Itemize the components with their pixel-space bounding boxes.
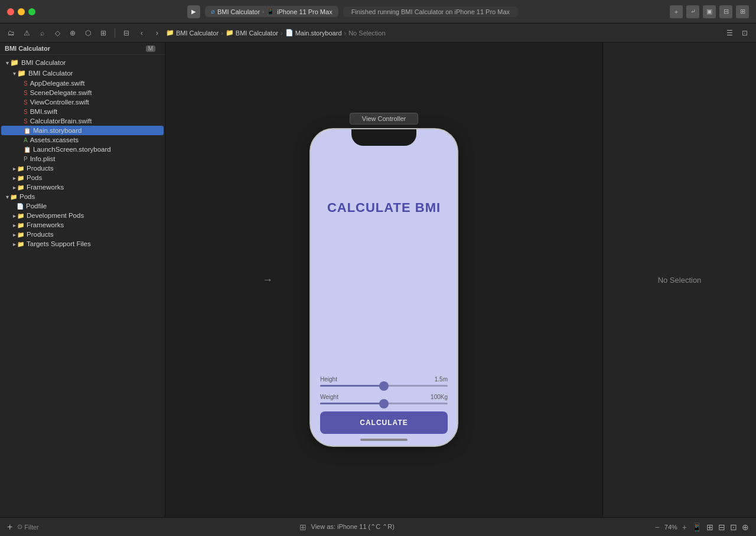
- sidebar-item-root[interactable]: ▾ 📁 BMI Calculator: [1, 57, 164, 68]
- toolbar-sep-1: [115, 28, 115, 38]
- height-slider-track[interactable]: [320, 385, 448, 387]
- close-button[interactable]: [7, 8, 14, 15]
- arrow-wrap-icon[interactable]: ⤶: [686, 5, 699, 18]
- status-bottom-left: + ⊙ Filter: [7, 522, 39, 532]
- sidebar-item-pods-sub[interactable]: ▸ 📁 Pods: [1, 173, 164, 182]
- title-bar-center: ⌀ BMI Calculator › 📱 iPhone 11 Pro Max F…: [40, 5, 665, 18]
- sidebar: BMI Calculator M ▾ 📁 BMI Calculator ▾ 📁 …: [0, 43, 165, 517]
- sidebar-item-frameworks-sub[interactable]: ▸ 📁 Frameworks: [1, 182, 164, 192]
- add-button[interactable]: +: [7, 522, 12, 532]
- sidebar-item-scenedelegate[interactable]: S SceneDelegate.swift: [1, 88, 164, 97]
- breadcrumb-item-4: No Selection: [348, 30, 385, 37]
- sidebar-item-targets[interactable]: ▸ 📁 Targets Support Files: [1, 239, 164, 249]
- breadcrumb-item-1[interactable]: 📁 BMI Calculator: [166, 29, 219, 37]
- sidebar-item-products[interactable]: ▸ 📁 Products: [1, 164, 164, 173]
- weight-slider-fill: [320, 403, 384, 404]
- sidebar-item-calculatorbrain[interactable]: S CalculatorBrain.swift: [1, 116, 164, 126]
- bookmark-icon[interactable]: ⬡: [82, 27, 94, 40]
- canvas-area: → View Controller CALCULATE BMI: [165, 43, 602, 517]
- more-icon[interactable]: ⊕: [742, 522, 749, 532]
- height-slider-row: Height 1.5m: [320, 376, 448, 387]
- sidebar-item-launchscreen[interactable]: 📋 LaunchScreen.storyboard: [1, 145, 164, 154]
- zoom-level: 74%: [664, 524, 677, 531]
- toolbar: 🗂 ⚠ ⌕ ◇ ⊕ ⬡ ⊞ ⊟ ‹ › 📁 BMI Calculator › 📁…: [0, 24, 756, 43]
- breadcrumb-item-2[interactable]: 📁 BMI Calculator: [226, 29, 278, 37]
- filter-label[interactable]: ⊙ Filter: [17, 523, 38, 531]
- app-title: CALCULATE BMI: [327, 200, 441, 215]
- sidebar-item-assets[interactable]: A Assets.xcassets: [1, 135, 164, 145]
- run-button[interactable]: [187, 5, 200, 18]
- grid-icon[interactable]: ⊟: [120, 27, 133, 40]
- plus-icon[interactable]: +: [670, 5, 683, 18]
- sidebar-item-products2[interactable]: ▸ 📁 Products: [1, 230, 164, 239]
- weight-slider-row: Weight 100Kg: [320, 394, 448, 404]
- minimize-button[interactable]: [18, 8, 25, 15]
- status-message: Finished running BMI Calculator on iPhon…: [343, 6, 518, 17]
- inspector-toggle-icon[interactable]: ☰: [723, 27, 736, 40]
- view-controller-container: View Controller CALCULATE BMI Hei: [309, 113, 458, 447]
- sidebar-item-frameworks2[interactable]: ▸ 📁 Frameworks: [1, 220, 164, 230]
- folder-open-icon[interactable]: 🗂: [5, 27, 18, 40]
- layout-icon[interactable]: ⊞: [299, 522, 307, 532]
- sidebar-item-pods-root[interactable]: ▾ 📁 Pods: [1, 192, 164, 201]
- arrow-connector: →: [262, 274, 273, 286]
- sidebar-item-infoplist[interactable]: P Info.plist: [1, 154, 164, 164]
- home-indicator: [360, 439, 408, 441]
- zoom-fit-icon[interactable]: ⊡: [730, 522, 737, 532]
- phone-mockup: CALCULATE BMI Height 1.5m: [309, 128, 458, 447]
- scheme-selector[interactable]: ⌀ BMI Calculator › 📱 iPhone 11 Pro Max: [205, 6, 338, 17]
- layout1-icon[interactable]: ▣: [703, 5, 716, 18]
- phone-notch: [351, 129, 416, 146]
- main-layout: BMI Calculator M ▾ 📁 BMI Calculator ▾ 📁 …: [0, 43, 756, 517]
- panel-toggle-icon[interactable]: ⊡: [738, 27, 751, 40]
- search-icon[interactable]: ⌕: [35, 27, 48, 40]
- maximize-button[interactable]: [28, 8, 35, 15]
- zoom-out-button[interactable]: −: [655, 522, 660, 532]
- canvas-inner: → View Controller CALCULATE BMI: [309, 113, 458, 447]
- title-bar: ⌀ BMI Calculator › 📱 iPhone 11 Pro Max F…: [0, 0, 756, 24]
- weight-slider-thumb[interactable]: [379, 399, 389, 408]
- title-bar-right: + ⤶ ▣ ⊟ ⊞: [670, 5, 749, 18]
- device-select-icon[interactable]: 📱: [692, 522, 702, 532]
- status-bottom-center: ⊞ View as: iPhone 11 (⌃C ⌃R): [44, 522, 650, 532]
- phone-screen: CALCULATE BMI Height 1.5m: [311, 129, 457, 446]
- view-controller-label: View Controller: [350, 113, 418, 125]
- height-slider-fill: [320, 385, 384, 387]
- warning-icon[interactable]: ⚠: [20, 27, 33, 40]
- no-selection-label: No Selection: [658, 276, 702, 285]
- zoom-in-button[interactable]: +: [682, 522, 687, 532]
- sidebar-item-viewcontroller[interactable]: S ViewController.swift: [1, 97, 164, 107]
- location-icon[interactable]: ⊕: [66, 27, 79, 40]
- breadcrumb: 📁 BMI Calculator › 📁 BMI Calculator › 📄 …: [166, 29, 721, 37]
- layout2-icon[interactable]: ⊟: [719, 5, 732, 18]
- sidebar-item-bmi[interactable]: S BMI.swift: [1, 107, 164, 116]
- sidebar-item-group[interactable]: ▾ 📁 BMI Calculator: [1, 68, 164, 79]
- layout3-icon[interactable]: ⊞: [736, 5, 749, 18]
- sidebar-item-appdelegate[interactable]: S AppDelegate.swift: [1, 79, 164, 88]
- grid-view-icon[interactable]: ⊞: [706, 522, 713, 532]
- fit-icon[interactable]: ⊟: [718, 522, 725, 532]
- issue-icon[interactable]: ◇: [51, 27, 64, 40]
- height-slider-thumb[interactable]: [379, 381, 389, 391]
- nav-forward-icon[interactable]: ›: [151, 27, 164, 40]
- sidebar-item-mainstoryboard[interactable]: 📋 Main.storyboard: [1, 126, 164, 135]
- toolbar-right: ☰ ⊡: [723, 27, 751, 40]
- inspector-panel: No Selection: [602, 43, 756, 517]
- breadcrumb-item-3[interactable]: 📄 Main.storyboard: [285, 29, 342, 37]
- weight-slider-track[interactable]: [320, 403, 448, 404]
- sidebar-header: BMI Calculator M: [0, 43, 165, 55]
- nav-back-icon[interactable]: ‹: [135, 27, 148, 40]
- sliders-section: Height 1.5m: [311, 376, 457, 434]
- status-bar-bottom: + ⊙ Filter ⊞ View as: iPhone 11 (⌃C ⌃R) …: [0, 517, 756, 536]
- sidebar-item-devpods[interactable]: ▸ 📁 Development Pods: [1, 211, 164, 220]
- calculate-button[interactable]: CALCULATE: [320, 411, 448, 434]
- traffic-lights: [7, 8, 35, 15]
- build-icon[interactable]: ⊞: [97, 27, 110, 40]
- view-as-label: View as: iPhone 11 (⌃C ⌃R): [311, 523, 395, 531]
- sidebar-item-podfile[interactable]: 📄 Podfile: [1, 201, 164, 211]
- status-bottom-right: − 74% + 📱 ⊞ ⊟ ⊡ ⊕: [655, 522, 749, 532]
